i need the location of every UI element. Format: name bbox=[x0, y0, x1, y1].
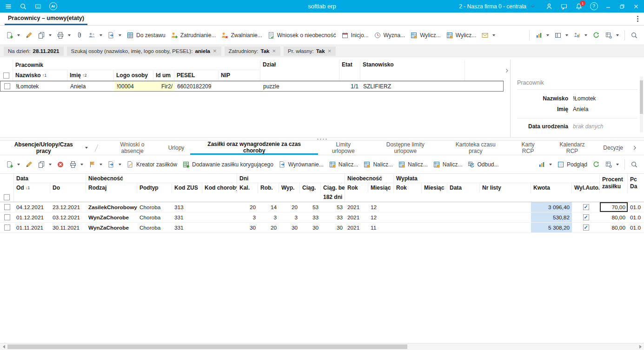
filter-pr-wlasny[interactable]: Pr. własny: Tak × bbox=[284, 46, 336, 56]
cell-do[interactable]: 30.11.2021 bbox=[50, 223, 86, 232]
tab-kartoteka-czasu-pracy[interactable]: Kartoteka czasu pracy bbox=[442, 141, 509, 155]
group-header-nieobecnosc-2[interactable]: Nieobecność bbox=[345, 174, 394, 183]
add-record-button[interactable] bbox=[4, 29, 22, 41]
cell-rob[interactable]: 3 bbox=[258, 212, 279, 222]
detail-panel-expander[interactable] bbox=[504, 60, 510, 137]
cell-miesiac-wyplata[interactable] bbox=[422, 223, 447, 232]
cell-kod-choroby[interactable] bbox=[202, 223, 237, 232]
tab-dostepne-limity[interactable]: Dostępne limity urlopowe bbox=[368, 141, 442, 155]
col-header-do[interactable]: Do bbox=[50, 183, 86, 192]
cell-rok[interactable]: 2021 bbox=[345, 223, 368, 232]
col-header-nr-listy[interactable]: Nr listy bbox=[480, 183, 531, 192]
benefit-row[interactable]: 01.12.2021 03.12.2021 WynZaChorobe Choro… bbox=[0, 212, 644, 223]
zwalnianie-button[interactable]: Zwalnianie... bbox=[219, 29, 264, 41]
mail-button[interactable] bbox=[479, 29, 498, 41]
tab-zasilki[interactable]: Zasiłki oraz wynagrodzenie za czas choro… bbox=[190, 141, 318, 155]
cell-podtyp[interactable]: Choroba bbox=[137, 202, 172, 212]
row-checkbox[interactable] bbox=[4, 214, 10, 220]
tab-urlopy[interactable]: Urlopy bbox=[162, 141, 191, 155]
cell-ciag[interactable]: 30 bbox=[300, 223, 321, 232]
company-selector[interactable]: 2 - Nasza firma 0 - centrala bbox=[453, 0, 542, 13]
cell-nazwisko[interactable]: !Łomotek bbox=[13, 81, 68, 91]
cell-imie[interactable]: Aniela bbox=[68, 81, 114, 91]
cell-wyp[interactable]: 3 bbox=[279, 212, 300, 222]
cell-logo-osoby[interactable]: !00004 bbox=[114, 81, 154, 91]
col-header-dzial[interactable]: Dział bbox=[260, 60, 339, 80]
cell-rob[interactable]: 20 bbox=[258, 223, 279, 232]
cell-kwota[interactable]: 5 308,20 bbox=[531, 223, 572, 232]
global-search-button[interactable] bbox=[16, 0, 31, 13]
row-checkbox[interactable] bbox=[4, 225, 10, 231]
cell-kal[interactable]: 30 bbox=[237, 223, 258, 232]
tab-karty-rcp[interactable]: Karty RCP bbox=[509, 141, 547, 155]
kreator-zasilkow-button[interactable]: Kreator zasiłków bbox=[124, 158, 179, 171]
col-header-wyp[interactable]: Wyp. bbox=[279, 183, 300, 192]
nalicz-button-4[interactable]: Nalicz... bbox=[431, 158, 465, 171]
refresh-button[interactable] bbox=[590, 29, 602, 41]
search-records-button[interactable] bbox=[628, 29, 640, 41]
wyl-auto-checkbox[interactable]: ✓ bbox=[583, 214, 589, 220]
cell-rok[interactable]: 2021 bbox=[345, 212, 368, 222]
cell-procent-zasilku[interactable]: 80,00 bbox=[600, 223, 628, 232]
cell-procent-zasilku[interactable]: 70,00 bbox=[600, 202, 628, 212]
cell-do[interactable]: 23.12.2021 bbox=[50, 202, 86, 212]
cell-ciag[interactable]: 53 bbox=[300, 202, 321, 212]
print-benefits-button[interactable] bbox=[67, 158, 86, 171]
export-button[interactable] bbox=[105, 29, 124, 41]
scroll-left-arrow[interactable] bbox=[0, 343, 7, 350]
help-button[interactable]: ? bbox=[586, 0, 601, 13]
cell-wyp[interactable]: 30 bbox=[279, 223, 300, 232]
cell-kod-choroby[interactable] bbox=[202, 202, 237, 212]
detail-scrollbar[interactable] bbox=[640, 77, 643, 132]
row-checkbox[interactable] bbox=[4, 204, 10, 210]
group-header-wyplata[interactable]: Wypłata bbox=[394, 174, 600, 183]
remove-filter-icon[interactable]: × bbox=[327, 48, 332, 54]
minimize-button[interactable] bbox=[601, 0, 615, 13]
cell-kod-choroby[interactable] bbox=[202, 212, 237, 222]
col-header-miesiac-wyplata[interactable]: Miesiąc bbox=[422, 183, 447, 192]
cell-rok-wyplata[interactable] bbox=[394, 223, 422, 232]
col-header-data-wyplata[interactable]: Data bbox=[447, 183, 480, 192]
cell-id-um[interactable]: Fir2/ bbox=[154, 81, 175, 91]
section-selector[interactable]: Absencje/Urlopy/Czas pracy bbox=[4, 141, 91, 155]
search-benefits-button[interactable] bbox=[628, 158, 640, 171]
wyliczanie-button-2[interactable]: Wylicz... bbox=[444, 29, 479, 41]
dodawanie-zasilku-button[interactable]: Dodawanie zasiłku korygującego bbox=[180, 158, 276, 171]
add-benefit-button[interactable] bbox=[4, 158, 22, 171]
col-header-kal[interactable]: Kal. bbox=[237, 183, 258, 192]
refresh-button-lower[interactable] bbox=[590, 158, 602, 171]
wyznaczanie-button[interactable]: Wyzna... bbox=[372, 29, 408, 41]
cell-cut[interactable]: 01.0 bbox=[628, 223, 644, 232]
odbudowa-button[interactable]: Odbud... bbox=[465, 158, 501, 171]
cell-rodzaj[interactable]: WynZaChorobe bbox=[86, 212, 137, 222]
horizontal-splitter[interactable] bbox=[0, 137, 644, 141]
col-header-wyl-auto[interactable]: Wyl.Auto. bbox=[572, 183, 600, 192]
cell-rob[interactable]: 14 bbox=[258, 202, 279, 212]
cell-nr-listy[interactable] bbox=[480, 212, 531, 222]
cell-od[interactable]: 01.12.2021 bbox=[14, 212, 50, 222]
col-header-imie[interactable]: Imię↑2 bbox=[67, 70, 114, 80]
cell-od[interactable]: 04.12.2021 bbox=[14, 202, 50, 212]
cell-cut[interactable]: 01.0 bbox=[628, 202, 644, 212]
col-header-kwota[interactable]: Kwota bbox=[531, 183, 572, 192]
cell-rodzaj[interactable]: WynZaChorobe bbox=[86, 223, 137, 232]
col-header-rok-wyplata[interactable]: Rok bbox=[394, 183, 422, 192]
employee-row[interactable]: !Łomotek Aniela !00004 Fir2/ 66020182209… bbox=[0, 81, 504, 92]
cell-ciag[interactable]: 33 bbox=[300, 212, 321, 222]
cell-kwota[interactable]: 3 096,40 bbox=[531, 202, 572, 212]
col-header-procent-zasilku[interactable]: Procentzasiłku bbox=[600, 174, 628, 192]
filter-szukaj-osoby[interactable]: Szukaj osoby (nazwisko, imię, logo osoby… bbox=[67, 46, 221, 56]
remove-filter-icon[interactable]: × bbox=[212, 48, 217, 54]
col-header-stanowisko[interactable]: Stanowisko bbox=[360, 60, 465, 80]
cell-etat[interactable]: 1/1 bbox=[340, 81, 361, 91]
col-header-etat[interactable]: Etat bbox=[339, 60, 360, 80]
cell-stanowisko[interactable]: SZLIFIERZ bbox=[361, 81, 465, 91]
inicjowanie-button[interactable]: Inicjo... bbox=[339, 29, 371, 41]
copy-benefit-button[interactable] bbox=[35, 158, 54, 171]
scroll-right-arrow[interactable] bbox=[637, 343, 644, 350]
copy-record-button[interactable] bbox=[35, 29, 54, 41]
col-header-rodzaj[interactable]: Rodzaj bbox=[86, 183, 137, 192]
cell-rodzaj[interactable]: ZasilekChorobowy bbox=[86, 202, 137, 212]
benefit-row[interactable]: 04.12.2021 23.12.2021 ZasilekChorobowy C… bbox=[0, 202, 644, 212]
cell-rok-wyplata[interactable] bbox=[394, 212, 422, 222]
